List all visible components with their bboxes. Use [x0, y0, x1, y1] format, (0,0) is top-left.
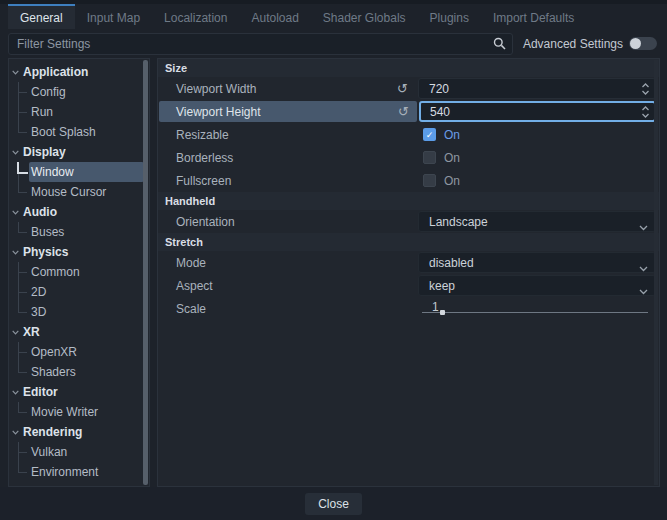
section-header-stretch: Stretch — [158, 233, 659, 251]
revert-icon[interactable]: ↺ — [397, 82, 408, 95]
property-row-aspect: Aspect keep — [158, 274, 659, 297]
tree-item-movie-writer[interactable]: Movie Writer — [9, 402, 149, 422]
chevron-down-icon — [639, 284, 648, 298]
slider-track[interactable] — [422, 312, 648, 313]
borderless-checkbox[interactable] — [423, 151, 436, 164]
checkbox-state-label: On — [444, 128, 460, 142]
tree-category-physics[interactable]: Physics — [9, 242, 149, 262]
tree-item-environment[interactable]: Environment — [9, 462, 149, 482]
tab-plugins[interactable]: Plugins — [418, 4, 481, 29]
stretch-mode-dropdown[interactable]: disabled — [418, 252, 656, 273]
tree-category-label: Display — [23, 145, 66, 159]
tree-item-window[interactable]: Window — [9, 162, 149, 182]
tree-category-display[interactable]: Display — [9, 142, 149, 162]
project-settings-body: Application Config Run Boot Splash Displ… — [0, 58, 667, 487]
viewport-height-spinbox[interactable]: 540 — [419, 101, 656, 122]
filter-settings-search[interactable] — [8, 33, 513, 55]
tree-category-rendering[interactable]: Rendering — [9, 422, 149, 442]
tab-input-map[interactable]: Input Map — [75, 4, 152, 29]
tree-category-label: Rendering — [23, 425, 82, 439]
tab-shader-globals[interactable]: Shader Globals — [311, 4, 418, 29]
tree-item-config[interactable]: Config — [9, 82, 149, 102]
tab-autoload[interactable]: Autoload — [239, 4, 310, 29]
tree-item-buses[interactable]: Buses — [9, 222, 149, 242]
slider-grabber[interactable] — [440, 310, 445, 315]
chevron-down-icon[interactable] — [12, 150, 19, 155]
tree-category-label: XR — [23, 325, 40, 339]
advanced-settings-toggle[interactable] — [629, 37, 657, 50]
tree-item-common[interactable]: Common — [9, 262, 149, 282]
tree-item-mouse-cursor[interactable]: Mouse Cursor — [9, 182, 149, 202]
property-row-viewport-height: Viewport Height ↺ 540 — [158, 100, 659, 123]
tree-scrollbar[interactable] — [143, 60, 148, 485]
property-row-mode: Mode disabled — [158, 251, 659, 274]
tree-item-2d[interactable]: 2D — [9, 282, 149, 302]
settings-category-tree: Application Config Run Boot Splash Displ… — [8, 58, 150, 487]
orientation-dropdown[interactable]: Landscape — [418, 211, 656, 232]
chevron-down-icon[interactable] — [12, 70, 19, 75]
chevron-down-icon[interactable] — [12, 330, 19, 335]
property-row-scale: Scale 1 — [158, 297, 659, 320]
settings-tab-bar: General Input Map Localization Autoload … — [0, 4, 667, 29]
property-row-resizable: Resizable ✓ On — [158, 123, 659, 146]
tree-category-label: Physics — [23, 245, 68, 259]
stretch-scale-slider[interactable]: 1 — [418, 298, 656, 319]
chevron-down-icon[interactable] — [12, 250, 19, 255]
revert-icon[interactable]: ↺ — [398, 105, 409, 118]
property-row-viewport-width: Viewport Width ↺ 720 — [158, 77, 659, 100]
section-header-size: Size — [158, 59, 659, 77]
advanced-settings-label: Advanced Settings — [523, 37, 623, 51]
chevron-down-icon — [639, 220, 648, 234]
filter-settings-input[interactable] — [8, 33, 513, 55]
tree-item-boot-splash[interactable]: Boot Splash — [9, 122, 149, 142]
chevron-down-icon[interactable] — [12, 430, 19, 435]
tab-localization[interactable]: Localization — [152, 4, 239, 29]
filter-bar: Advanced Settings — [0, 29, 667, 58]
search-icon — [493, 37, 506, 53]
toggle-knob — [630, 38, 641, 49]
property-row-orientation: Orientation Landscape — [158, 210, 659, 233]
tree-category-xr[interactable]: XR — [9, 322, 149, 342]
tree-category-audio[interactable]: Audio — [9, 202, 149, 222]
checkbox-state-label: On — [444, 151, 460, 165]
tree-category-label: Audio — [23, 205, 57, 219]
property-row-fullscreen: Fullscreen On — [158, 169, 659, 192]
property-row-borderless: Borderless On — [158, 146, 659, 169]
tree-item-shaders[interactable]: Shaders — [9, 362, 149, 382]
close-button[interactable]: Close — [305, 493, 362, 515]
tab-general[interactable]: General — [8, 4, 75, 29]
tree-item-3d[interactable]: 3D — [9, 302, 149, 322]
properties-scrollbar-track[interactable] — [654, 60, 658, 485]
tree-item-vulkan[interactable]: Vulkan — [9, 442, 149, 462]
settings-property-list: Size Viewport Width ↺ 720 Viewport Heigh… — [157, 58, 660, 487]
tree-category-label: Editor — [23, 385, 58, 399]
chevron-down-icon[interactable] — [12, 390, 19, 395]
chevron-down-icon[interactable] — [12, 210, 19, 215]
tree-category-editor[interactable]: Editor — [9, 382, 149, 402]
property-label: Viewport Width ↺ — [158, 77, 416, 100]
checkbox-state-label: On — [444, 174, 460, 188]
spinner-arrows-icon[interactable] — [641, 105, 650, 122]
fullscreen-checkbox[interactable] — [423, 174, 436, 187]
tree-category-label: Application — [23, 65, 88, 79]
resizable-checkbox[interactable]: ✓ — [423, 128, 436, 141]
viewport-width-spinbox[interactable]: 720 — [418, 78, 656, 99]
stretch-aspect-dropdown[interactable]: keep — [418, 275, 656, 296]
section-header-handheld: Handheld — [158, 192, 659, 210]
tab-import-defaults[interactable]: Import Defaults — [481, 4, 586, 29]
dialog-footer: Close — [0, 487, 667, 520]
tree-item-run[interactable]: Run — [9, 102, 149, 122]
tree-item-openxr[interactable]: OpenXR — [9, 342, 149, 362]
property-label-selected: Viewport Height ↺ — [159, 101, 417, 122]
tree-category-application[interactable]: Application — [9, 62, 149, 82]
chevron-down-icon — [639, 261, 648, 275]
spinner-arrows-icon[interactable] — [641, 82, 650, 99]
